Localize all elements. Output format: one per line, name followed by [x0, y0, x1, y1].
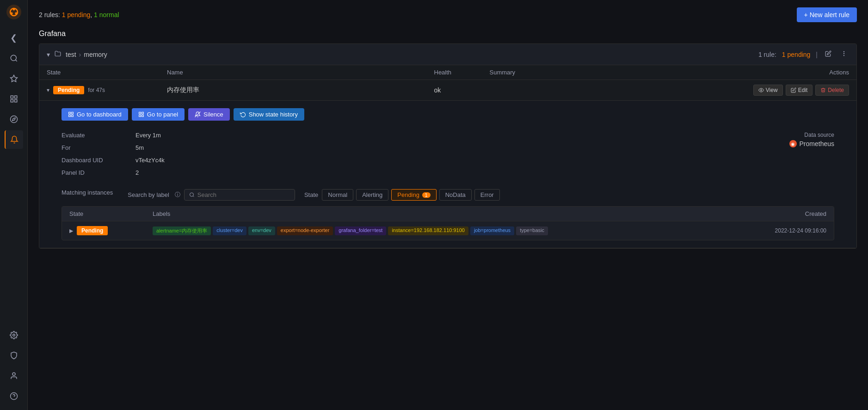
instance-state-cell: ▶ Pending [69, 226, 153, 235]
svg-point-18 [843, 51, 844, 52]
info-icon: ⓘ [175, 191, 180, 199]
svg-point-15 [12, 373, 15, 375]
alert-name: 内存使用率 [167, 86, 434, 94]
go-to-panel-button[interactable]: Go to panel [132, 108, 185, 121]
normal-count-text: 1 normal [94, 11, 119, 18]
detail-right: Data source ◉ Prometheus [448, 132, 835, 182]
sidebar-item-help[interactable] [5, 387, 23, 405]
silence-button[interactable]: Silence [188, 108, 230, 121]
svg-rect-24 [69, 115, 71, 117]
state-cell: ▾ Pending for 47s [47, 86, 167, 94]
sidebar-item-settings[interactable] [5, 326, 23, 344]
col-name: Name [167, 69, 434, 76]
prometheus-icon: ◉ [789, 140, 797, 147]
breadcrumb: test › memory [66, 51, 107, 58]
section-title: Grafana [39, 30, 857, 38]
app-logo[interactable] [6, 4, 22, 20]
collapse-icon[interactable]: ▾ [47, 51, 50, 58]
instance-expand-icon[interactable]: ▶ [69, 228, 73, 234]
search-icon [189, 192, 195, 198]
rule-group-header: ▾ test › memory 1 rule: 1 pending | [39, 44, 856, 65]
rule-group-meta: 1 rule: 1 pending | [758, 49, 849, 60]
col-actions: Actions [757, 69, 849, 76]
table-row: ▾ Pending for 47s 内存使用率 ok View [39, 80, 856, 248]
svg-rect-26 [139, 112, 141, 114]
table-header: State Name Health Summary Actions [39, 65, 856, 80]
col-state: State [47, 69, 167, 76]
panel-id-value: 2 [135, 169, 139, 176]
matching-instances: Matching instances Search by label ⓘ [62, 189, 834, 240]
pending-count-text: 1 pending [62, 11, 91, 18]
instance-status-badge: Pending [77, 226, 108, 235]
dashboard-uid-row: Dashboard UID vTe4zYc4k [62, 157, 448, 164]
svg-point-20 [843, 55, 844, 56]
sidebar-item-explore[interactable] [5, 110, 23, 129]
instance-col-created: Created [734, 210, 826, 217]
status-badge: Pending [53, 86, 84, 94]
label-cluster: cluster=dev [213, 226, 246, 235]
dashboard-uid-label: Dashboard UID [62, 157, 135, 164]
label-job: job=prometheus [470, 226, 514, 235]
svg-rect-9 [14, 96, 17, 98]
for-value: 5m [135, 144, 144, 151]
sidebar-collapse[interactable]: ❮ [5, 29, 23, 47]
instance-row: ▶ Pending alertname=内存使用率 cluster=dev en… [62, 221, 834, 240]
main-content: 2 rules: 1 pending, 1 normal + New alert… [28, 0, 868, 410]
quick-actions: Go to dashboard Go to panel Silence [62, 108, 834, 121]
sidebar-item-starred[interactable] [5, 69, 23, 88]
svg-rect-8 [11, 96, 13, 98]
for-label: For [62, 144, 135, 151]
filter-nodata-button[interactable]: NoData [439, 189, 472, 201]
sidebar-item-alerting[interactable] [5, 130, 23, 149]
sidebar-item-dashboards[interactable] [5, 90, 23, 108]
edit-group-button[interactable] [823, 49, 833, 60]
svg-point-4 [10, 12, 12, 15]
matching-label: Matching instances [62, 189, 113, 196]
instance-created-time: 2022-12-24 09:16:00 [734, 227, 826, 234]
rules-count-text: 2 rules: [39, 11, 60, 18]
svg-rect-11 [14, 100, 17, 102]
col-health: Health [434, 69, 490, 76]
more-options-button[interactable] [839, 49, 849, 60]
rule-group: ▾ test › memory 1 rule: 1 pending | [39, 43, 857, 249]
filter-alerting-button[interactable]: Alerting [356, 189, 388, 201]
svg-line-6 [15, 60, 17, 61]
sidebar-item-search[interactable] [5, 49, 23, 67]
filter-normal-button[interactable]: Normal [322, 189, 353, 201]
svg-point-5 [11, 55, 16, 61]
svg-rect-27 [142, 112, 143, 114]
rule-name: memory [84, 51, 107, 58]
panel-id-label: Panel ID [62, 169, 135, 176]
search-input[interactable] [197, 191, 290, 198]
view-button[interactable]: View [753, 85, 783, 96]
filter-pending-button[interactable]: Pending 1 [391, 189, 436, 201]
for-row: For 5m [62, 144, 448, 151]
svg-line-32 [193, 196, 194, 197]
svg-marker-13 [12, 118, 15, 121]
svg-rect-22 [69, 112, 71, 114]
svg-line-30 [195, 112, 201, 117]
state-filters: Normal Alerting Pending 1 NoData Error [322, 189, 499, 201]
filter-error-button[interactable]: Error [474, 189, 500, 201]
new-alert-button[interactable]: + New alert rule [797, 7, 857, 22]
expand-button[interactable]: ▾ [47, 87, 49, 93]
pending-link[interactable]: 1 pending [782, 51, 811, 58]
instances-table: State Labels Created ▶ Pending al [62, 206, 834, 240]
search-row: Search by label ⓘ State Normal [128, 189, 834, 201]
sidebar: ❮ [0, 0, 28, 410]
datasource-value: ◉ Prometheus [448, 140, 835, 147]
svg-point-12 [10, 116, 17, 123]
sidebar-item-shield[interactable] [5, 346, 23, 365]
go-to-dashboard-button[interactable]: Go to dashboard [62, 108, 128, 121]
show-state-history-button[interactable]: Show state history [234, 108, 304, 121]
svg-rect-29 [142, 115, 143, 117]
top-bar: 2 rules: 1 pending, 1 normal + New alert… [39, 7, 857, 22]
matching-header: Matching instances Search by label ⓘ [62, 189, 834, 201]
edit-button[interactable]: Edit [786, 85, 813, 96]
search-input-wrap [184, 189, 295, 201]
instance-col-state: State [69, 210, 153, 217]
svg-rect-23 [72, 112, 74, 114]
sidebar-item-user[interactable] [5, 367, 23, 385]
delete-button[interactable]: Delete [815, 85, 849, 96]
rules-summary: 2 rules: 1 pending, 1 normal [39, 11, 119, 18]
